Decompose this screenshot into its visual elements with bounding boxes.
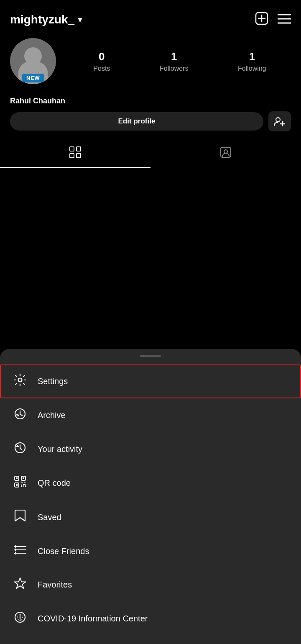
avatar-container[interactable]: NEW: [10, 38, 56, 84]
following-count: 1: [249, 50, 255, 63]
your-activity-label: Your activity: [38, 444, 82, 454]
profile-section: NEW 0 Posts 1 Followers 1 Following: [0, 34, 301, 91]
close-friends-label: Close Friends: [38, 547, 89, 556]
edit-profile-button[interactable]: Edit profile: [10, 112, 263, 131]
svg-marker-34: [15, 548, 17, 552]
username-label: mightyzuk_: [10, 13, 74, 26]
svg-marker-35: [15, 552, 17, 555]
stats-row: 0 Posts 1 Followers 1 Following: [69, 50, 291, 72]
grid-icon: [69, 146, 81, 161]
svg-rect-9: [70, 147, 74, 151]
stat-following[interactable]: 1 Following: [238, 50, 266, 72]
svg-marker-33: [15, 545, 17, 548]
close-friends-icon: [13, 544, 28, 559]
covid-label: COVID-19 Information Center: [38, 614, 148, 623]
svg-point-6: [276, 118, 280, 122]
chevron-down-icon: ▾: [78, 14, 82, 25]
top-bar: mightyzuk_ ▾: [0, 0, 301, 34]
stat-followers[interactable]: 1 Followers: [160, 50, 188, 72]
svg-rect-12: [77, 154, 81, 158]
svg-marker-36: [15, 578, 26, 588]
svg-point-15: [18, 378, 22, 382]
posts-label: Posts: [93, 65, 110, 72]
profile-tabs: [0, 140, 301, 168]
tab-tagged[interactable]: [150, 140, 301, 168]
username-section[interactable]: mightyzuk_ ▾: [10, 13, 82, 26]
new-post-button[interactable]: [255, 12, 268, 27]
avatar-head: [24, 47, 42, 65]
sheet-handle: [140, 355, 161, 357]
stat-posts[interactable]: 0 Posts: [93, 50, 110, 72]
menu-item-settings[interactable]: Settings: [0, 364, 301, 398]
menu-item-favorites[interactable]: Favorites: [0, 568, 301, 602]
tab-grid[interactable]: [0, 140, 150, 168]
settings-label: Settings: [38, 377, 68, 386]
svg-rect-10: [77, 147, 81, 151]
menu-item-archive[interactable]: Archive: [0, 398, 301, 432]
archive-icon: [13, 408, 28, 423]
qr-code-label: QR code: [38, 478, 71, 488]
edit-row: Edit profile: [0, 105, 301, 137]
menu-item-your-activity[interactable]: Your activity: [0, 432, 301, 466]
svg-rect-23: [16, 484, 18, 486]
menu-item-close-friends[interactable]: Close Friends: [0, 535, 301, 568]
covid-icon: [13, 611, 28, 626]
display-name: Rahul Chauhan: [0, 97, 301, 105]
saved-icon: [13, 509, 28, 526]
followers-count: 1: [171, 50, 177, 63]
favorites-label: Favorites: [38, 580, 72, 590]
archive-label: Archive: [38, 411, 66, 420]
followers-label: Followers: [160, 65, 188, 72]
following-label: Following: [238, 65, 266, 72]
saved-label: Saved: [38, 513, 61, 522]
your-activity-icon: [13, 441, 28, 457]
svg-rect-22: [23, 477, 24, 479]
add-friend-button[interactable]: [268, 111, 291, 131]
hamburger-menu-button[interactable]: [278, 13, 291, 26]
svg-rect-21: [16, 477, 18, 479]
menu-item-saved[interactable]: Saved: [0, 500, 301, 535]
profile-row: NEW 0 Posts 1 Followers 1 Following: [10, 38, 291, 84]
favorites-icon: [13, 577, 28, 593]
svg-rect-11: [70, 154, 74, 158]
new-badge: NEW: [22, 74, 44, 82]
menu-item-covid[interactable]: COVID-19 Information Center: [0, 602, 301, 636]
posts-count: 0: [99, 50, 105, 63]
svg-point-14: [224, 150, 227, 153]
menu-item-qr-code[interactable]: QR code: [0, 466, 301, 500]
qr-code-icon: [13, 475, 28, 491]
bottom-sheet: Settings Archive Your activity: [0, 349, 301, 644]
tagged-icon: [220, 146, 232, 161]
top-bar-actions: [255, 12, 291, 27]
settings-icon: [13, 374, 28, 389]
